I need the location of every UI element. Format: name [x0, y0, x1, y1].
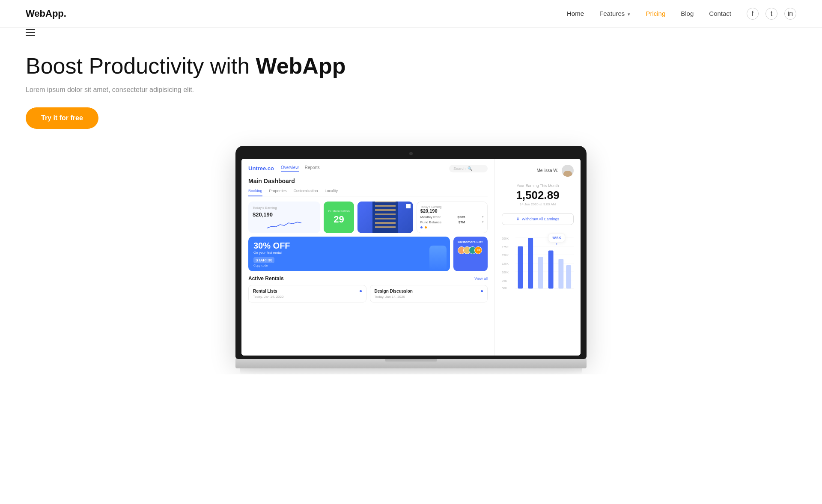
card-building [357, 202, 413, 233]
sub-tab-booking[interactable]: Booking [248, 189, 262, 196]
rental-list: Rental Lists Today, Jan 14, 2020 Design … [248, 285, 488, 302]
hero-text: Boost Productivity with WebApp Lorem ips… [26, 53, 796, 129]
building-image [357, 202, 413, 233]
rentals-header: Active Rentals View all [248, 276, 488, 282]
earn-month-value: 1,502.89 [502, 190, 574, 201]
rental-1-dot [360, 290, 362, 292]
user-row: Mellissa W. [502, 165, 574, 177]
nav-blog[interactable]: Blog [681, 10, 694, 17]
user-avatar [562, 165, 574, 177]
earn-month-label: Your Earning This Month [502, 184, 574, 188]
card-earning-details: Today's Earning $20,190 Monthly Rent $20… [417, 202, 488, 233]
nav-home[interactable]: Home [567, 10, 584, 17]
hero-headline-plain: Boost Productivity with [26, 53, 256, 78]
trend-chart [253, 220, 316, 229]
customization-label: Customization [328, 209, 350, 213]
dash-search[interactable]: Search 🔍 [449, 165, 488, 172]
y-label-50k: 50K [502, 287, 507, 290]
nav-features[interactable]: Features ▾ [599, 10, 630, 17]
chevron-monthly: ▾ [482, 215, 484, 219]
brand-logo[interactable]: WebApp. [26, 8, 66, 19]
trend-svg [253, 220, 316, 229]
hero-headline: Boost Productivity with WebApp [26, 53, 796, 79]
laptop-body: Untree.co Overview Reports Search 🔍 [235, 146, 587, 374]
laptop-camera [409, 152, 413, 155]
dash-nav: Overview Reports [281, 165, 320, 172]
laptop-screen: Untree.co Overview Reports Search 🔍 [241, 159, 581, 356]
dash-logo: Untree.co [248, 165, 274, 172]
navbar: WebApp. Home Features ▾ Pricing Blog Con… [0, 0, 822, 28]
y-label-175k: 175K [502, 245, 509, 248]
customers-label: Customers List [458, 240, 483, 244]
search-icon: 🔍 [468, 166, 472, 171]
monthly-rent-val: $205 [458, 215, 465, 219]
promo-percentage: 30% OFF [253, 241, 445, 251]
card-customization: Customization 29 [324, 202, 354, 233]
card-promo: 30% OFF On your first rental START30 Cop… [248, 237, 450, 271]
fund-balance-label: Fund Balance [420, 220, 441, 224]
nav-links: Home Features ▾ Pricing Blog Contact [567, 10, 731, 18]
sub-tab-customization[interactable]: Customization [294, 189, 318, 193]
facebook-icon[interactable]: f [747, 8, 759, 20]
dash-title: Main Dashboard [248, 178, 488, 184]
dash-sub-tabs: Booking Properties Customization Localit… [248, 189, 488, 196]
dashboard-left: Untree.co Overview Reports Search 🔍 [241, 159, 495, 356]
y-label-200k: 200K [502, 237, 509, 240]
linkedin-icon[interactable]: in [784, 8, 796, 20]
earn-today-label: Today's Earning [420, 205, 484, 208]
chevron-down-icon: ▾ [628, 12, 630, 17]
view-all-link[interactable]: View all [474, 276, 488, 281]
sub-tab-properties[interactable]: Properties [269, 189, 287, 193]
promo-person-illustration [429, 246, 447, 271]
bar-5 [558, 259, 563, 288]
chart-tooltip: 185K [548, 234, 565, 242]
y-label-150k: 150K [502, 254, 509, 257]
twitter-icon[interactable]: t [765, 8, 777, 20]
dot-orange [425, 226, 427, 228]
user-name: Mellissa W. [536, 168, 558, 173]
customization-number: 29 [334, 214, 344, 225]
sub-tab-locality[interactable]: Locality [325, 189, 338, 193]
rental-item-1: Rental Lists Today, Jan 14, 2020 [248, 285, 366, 302]
bar-6 [566, 265, 571, 288]
building-windows [372, 202, 398, 233]
promo-text: On your first rental [253, 251, 445, 255]
withdraw-button[interactable]: ⬇ Withdraw All Earnings [502, 213, 574, 225]
y-label-100k: 100K [502, 271, 509, 274]
laptop-base [235, 359, 587, 368]
monthly-rent-label: Monthly Rent [420, 215, 441, 219]
promo-code: START30 [253, 257, 274, 263]
rental-2-date: Today, Jan 14, 2020 [375, 295, 483, 299]
dash-tab-overview[interactable]: Overview [281, 165, 299, 172]
withdraw-label: Withdraw All Earnings [522, 217, 560, 221]
rental-1-date: Today, Jan 14, 2020 [253, 295, 362, 299]
rental-2-dot [481, 290, 483, 292]
dashboard: Untree.co Overview Reports Search 🔍 [241, 159, 581, 356]
nav-pricing[interactable]: Pricing [646, 10, 665, 17]
card-customers: Customers List +3 [453, 237, 488, 271]
card-today-label: Today's Earning [253, 206, 316, 210]
dash-tab-reports[interactable]: Reports [305, 165, 320, 172]
card-today-earning: Today's Earning $20,190 [248, 202, 320, 233]
promo-copy: Copy code [253, 264, 445, 267]
nav-contact[interactable]: Contact [709, 10, 731, 17]
dashboard-right: Mellissa W. Your Earning This Month 1,50… [495, 159, 581, 356]
search-placeholder: Search [453, 166, 466, 171]
download-icon: ⬇ [516, 217, 520, 221]
hero-subtitle: Lorem ipsum dolor sit amet, consectetur … [26, 86, 796, 94]
fund-balance-row: Fund Balance $7M ▾ [420, 220, 484, 224]
dot-blue [420, 226, 423, 228]
cta-button[interactable]: Try it for free [26, 107, 98, 129]
hero-section: Boost Productivity with WebApp Lorem ips… [0, 28, 822, 374]
monthly-rent-row: Monthly Rent $205 ▾ [420, 215, 484, 219]
bar-2 [528, 238, 533, 289]
y-label-125k: 125K [502, 262, 509, 265]
avatar-more: +3 [474, 246, 482, 254]
y-label-75k: 75K [502, 279, 507, 282]
earn-month-date: 14 Jun 2020 at 9:00 AM [502, 202, 574, 206]
rentals-title: Active Rentals [248, 276, 284, 282]
laptop-shadow [240, 368, 582, 374]
rental-item-2: Design Discussion Today, Jan 14, 2020 [370, 285, 488, 302]
laptop-mockup: Untree.co Overview Reports Search 🔍 [26, 146, 796, 374]
earn-today-val: $20,190 [420, 208, 484, 213]
